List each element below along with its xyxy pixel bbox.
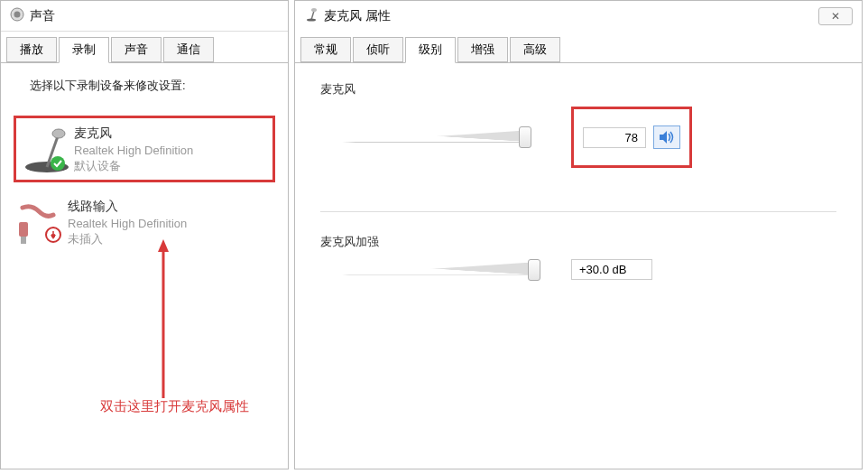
svg-point-1: [14, 11, 21, 17]
boost-slider-row: +30.0 dB: [320, 256, 836, 302]
sound-tab-bar: 播放 录制 声音 通信: [1, 32, 288, 63]
tab-listen[interactable]: 侦听: [353, 37, 403, 62]
mic-tab-bar: 常规 侦听 级别 增强 高级: [295, 32, 862, 63]
mic-titlebar: 麦克风 属性 ✕: [295, 1, 862, 32]
tab-levels[interactable]: 级别: [405, 37, 456, 63]
sound-body: 选择以下录制设备来修改设置: 麦克风 Realtek High Definiti…: [1, 63, 288, 267]
device-status: 默认设备: [74, 159, 269, 174]
mute-button[interactable]: [653, 125, 680, 149]
svg-point-13: [311, 8, 317, 12]
svg-point-4: [52, 129, 65, 138]
mic-title: 麦克风 属性: [324, 8, 391, 24]
device-subtitle: Realtek High Definition: [74, 144, 269, 159]
tab-advanced[interactable]: 高级: [510, 37, 560, 62]
separator: [320, 211, 836, 212]
svg-marker-15: [660, 131, 667, 144]
sound-titlebar: 声音: [1, 1, 288, 32]
boost-value[interactable]: +30.0 dB: [571, 259, 652, 280]
annotation-arrow: [154, 239, 172, 405]
tab-recording[interactable]: 录制: [59, 37, 109, 63]
mic-slider-thumb[interactable]: [519, 126, 531, 148]
sound-title: 声音: [30, 8, 55, 24]
device-text: 麦克风 Realtek High Definition 默认设备: [74, 124, 269, 174]
microphone-icon: [20, 124, 74, 174]
highlight-box: 78: [571, 107, 692, 168]
tab-sounds[interactable]: 声音: [111, 37, 162, 62]
tab-playback[interactable]: 播放: [6, 37, 57, 62]
device-subtitle: Realtek High Definition: [68, 217, 275, 232]
mic-level-label: 麦克风: [320, 81, 836, 98]
device-line-in[interactable]: 线路输入 Realtek High Definition 未插入: [10, 191, 279, 253]
device-name: 线路输入: [68, 199, 275, 215]
device-microphone[interactable]: 麦克风 Realtek High Definition 默认设备: [14, 116, 275, 182]
instruction-text: 选择以下录制设备来修改设置:: [10, 78, 279, 94]
line-in-icon: [14, 197, 68, 247]
device-name: 麦克风: [74, 125, 269, 142]
microphone-small-icon: [304, 7, 319, 25]
tab-enhancements[interactable]: 增强: [457, 37, 508, 62]
mic-slider-row: 78: [320, 103, 836, 190]
annotation-text: 双击这里打开麦克风属性: [100, 398, 249, 415]
svg-point-14: [307, 19, 316, 22]
svg-rect-6: [19, 222, 28, 237]
tab-general[interactable]: 常规: [300, 37, 351, 62]
close-icon: ✕: [831, 10, 840, 23]
boost-label: 麦克风加强: [320, 234, 836, 250]
close-button[interactable]: ✕: [818, 7, 853, 25]
mic-value[interactable]: 78: [583, 127, 646, 148]
svg-line-12: [311, 11, 314, 20]
speaker-unmuted-icon: [659, 130, 675, 144]
tab-communications[interactable]: 通信: [163, 37, 214, 62]
sound-window: 声音 播放 录制 声音 通信 选择以下录制设备来修改设置: 麦克风 Realte…: [0, 0, 289, 469]
svg-marker-11: [158, 239, 169, 252]
boost-slider-thumb[interactable]: [528, 259, 540, 281]
svg-rect-7: [21, 237, 26, 244]
mic-body: 麦克风 78 麦克风加强: [295, 63, 862, 320]
mic-slider[interactable]: [342, 128, 549, 146]
svg-point-5: [51, 156, 65, 171]
speaker-icon: [10, 7, 24, 25]
mic-properties-window: 麦克风 属性 ✕ 常规 侦听 级别 增强 高级 麦克风 78: [294, 0, 863, 469]
boost-slider[interactable]: [342, 261, 549, 279]
